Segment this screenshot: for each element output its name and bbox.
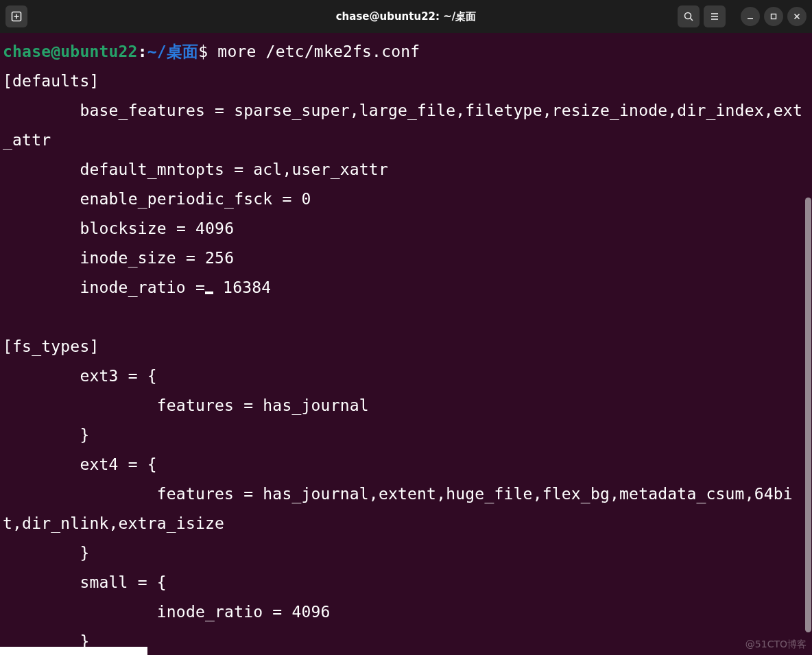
val-ext3-features: has_journal <box>263 396 369 414</box>
key-inode-ratio: inode_ratio <box>80 278 186 296</box>
key-blocksize: blocksize <box>80 219 166 237</box>
selection-strip <box>0 647 147 655</box>
prompt-user-host: chase@ubuntu22 <box>3 43 138 60</box>
val-ext4-features: has_journal,extent,huge_file,flex_bg,met… <box>3 485 793 532</box>
new-tab-button[interactable] <box>5 5 27 27</box>
key-inode-size: inode_size <box>80 249 176 267</box>
prompt-separator: : <box>138 43 147 60</box>
key-small: small <box>80 573 128 591</box>
val-default-mntopts: acl,user_xattr <box>253 160 388 178</box>
watermark-text: @51CTO博客 <box>745 639 807 651</box>
scrollbar-thumb[interactable] <box>805 198 811 632</box>
val-blocksize: 4096 <box>195 219 234 237</box>
val-inode-ratio: 16384 <box>223 278 271 296</box>
section-header-defaults: [defaults] <box>3 72 99 90</box>
svg-line-4 <box>691 19 693 21</box>
val-inode-size: 256 <box>205 249 234 267</box>
svg-point-3 <box>685 13 691 19</box>
key-ext4-features: features <box>157 485 234 503</box>
key-base-features: base_features <box>80 102 205 119</box>
command-text: more /etc/mke2fs.conf <box>217 43 420 60</box>
close-button[interactable] <box>787 7 807 26</box>
svg-rect-9 <box>772 14 776 19</box>
search-button[interactable] <box>678 5 700 27</box>
val-enable-periodic-fsck: 0 <box>302 190 311 208</box>
hamburger-menu-button[interactable] <box>704 5 726 27</box>
minimize-button[interactable] <box>741 7 760 26</box>
section-header-fstypes: [fs_types] <box>3 337 99 355</box>
key-small-inode-ratio: inode_ratio <box>157 603 263 621</box>
cursor-icon <box>205 291 213 294</box>
terminal-output[interactable]: chase@ubuntu22:~/桌面$ more /etc/mke2fs.co… <box>0 33 812 655</box>
maximize-button[interactable] <box>764 7 783 26</box>
prompt-symbol: $ <box>198 43 208 60</box>
prompt-path: ~/桌面 <box>147 43 199 60</box>
key-ext3-features: features <box>157 396 234 414</box>
key-ext4: ext4 <box>80 455 118 473</box>
title-bar: chase@ubuntu22: ~/桌面 <box>0 0 812 33</box>
key-default-mntopts: default_mntopts <box>80 160 224 178</box>
val-small-inode-ratio: 4096 <box>291 603 330 621</box>
key-enable-periodic-fsck: enable_periodic_fsck <box>80 190 272 208</box>
key-ext3: ext3 <box>80 367 118 385</box>
